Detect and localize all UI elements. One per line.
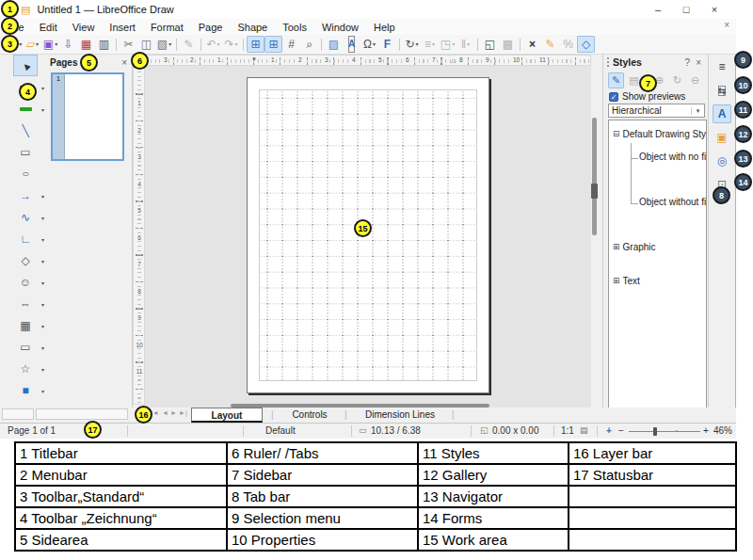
- zoom-slider[interactable]: [629, 431, 700, 432]
- display-grid-icon[interactable]: ⊞: [247, 36, 264, 53]
- flowchart-icon[interactable]: ▦▾: [13, 314, 38, 336]
- document-modified-icon[interactable]: ▤: [580, 425, 588, 435]
- ruler-origin-marker[interactable]: ▼: [251, 56, 257, 62]
- show-previews-checkbox[interactable]: ✓ Show previews: [609, 91, 685, 102]
- clone-formatting-icon[interactable]: ✎: [180, 36, 198, 53]
- pages-panel-close-icon[interactable]: ×: [121, 57, 127, 68]
- crop-image-icon[interactable]: ▩: [499, 36, 517, 53]
- copy-icon[interactable]: ◫: [137, 36, 155, 53]
- menu-edit[interactable]: Edit: [32, 22, 65, 33]
- minimize-button[interactable]: –: [644, 0, 672, 19]
- layer-tab-dimension-lines[interactable]: Dimension Lines: [354, 408, 446, 423]
- scrollbar-splitter-handle[interactable]: [591, 184, 598, 199]
- 3d-objects-icon[interactable]: ■▾: [13, 379, 38, 401]
- arrange-icon[interactable]: ◳▾: [439, 36, 457, 53]
- fontwork-icon[interactable]: F: [378, 36, 396, 53]
- ellipse-icon[interactable]: ○: [13, 163, 38, 184]
- zoom-in-button[interactable]: +: [703, 425, 709, 436]
- basic-shapes-icon[interactable]: ◇▾: [13, 249, 38, 271]
- zoom-out-button[interactable]: −: [618, 425, 624, 436]
- sidebar-drag-handle-icon[interactable]: [607, 57, 609, 67]
- work-area[interactable]: [145, 66, 591, 408]
- gluepoints-icon[interactable]: ✎: [541, 36, 559, 53]
- fit-page-icon[interactable]: +: [606, 425, 612, 436]
- vertical-scrollbar[interactable]: [592, 118, 597, 235]
- zoom-slider-thumb[interactable]: [653, 427, 657, 436]
- lines-arrows-icon[interactable]: →▾: [13, 184, 38, 206]
- insert-image-icon[interactable]: ▨: [325, 36, 343, 53]
- page-style[interactable]: Default: [265, 425, 296, 436]
- distribute-icon[interactable]: ‖▾: [457, 36, 474, 53]
- ruler-tab-marker[interactable]: △: [451, 56, 456, 63]
- select-icon[interactable]: ▲: [13, 55, 38, 76]
- style-tree-item[interactable]: ⊞ Text: [609, 271, 706, 290]
- close-button[interactable]: ×: [700, 0, 729, 19]
- sidebar-close-icon[interactable]: ×: [693, 57, 704, 68]
- block-arrows-icon[interactable]: ⇔▾: [13, 293, 38, 314]
- align-objects-icon[interactable]: ≡▾: [421, 36, 439, 53]
- drawing-styles-icon[interactable]: ✎: [608, 72, 624, 88]
- shadow-icon[interactable]: ◱: [481, 36, 499, 53]
- snap-to-grid-icon[interactable]: ⊞: [264, 36, 282, 53]
- callout-shapes-icon[interactable]: ▭▾: [13, 336, 38, 358]
- last-layer-icon[interactable]: ►|: [179, 409, 187, 416]
- tab-navigator[interactable]: ◎: [713, 152, 731, 170]
- zoom-pan-icon[interactable]: ⌕: [300, 36, 318, 53]
- style-filter-dropdown[interactable]: Hierarchical ▾: [608, 104, 705, 118]
- show-draw-functions-icon[interactable]: ◇: [577, 36, 595, 53]
- expand-icon[interactable]: ⊞: [613, 276, 620, 285]
- sidebar-help-icon[interactable]: ?: [682, 57, 694, 68]
- menu-page[interactable]: Page: [191, 22, 231, 33]
- menu-help[interactable]: Help: [366, 22, 403, 33]
- rectangle-icon[interactable]: ▭: [13, 141, 38, 163]
- edit-points-icon[interactable]: ×: [523, 36, 541, 53]
- menu-insert[interactable]: Insert: [102, 22, 143, 33]
- insert-text-box-icon[interactable]: A: [343, 36, 360, 53]
- insert-line-icon[interactable]: ╲: [13, 120, 38, 141]
- tab-styles[interactable]: A: [713, 104, 731, 123]
- maximize-button[interactable]: □: [672, 0, 700, 19]
- curves-polygons-icon[interactable]: ∿▾: [13, 206, 38, 228]
- connectors-icon[interactable]: ∟▾: [13, 228, 38, 249]
- load-styles-icon[interactable]: ⊖: [687, 72, 703, 88]
- update-style-icon[interactable]: ↻: [669, 72, 685, 88]
- menu-view[interactable]: View: [65, 22, 103, 33]
- previous-layer-icon[interactable]: ◄: [162, 409, 168, 416]
- menu-shape[interactable]: Shape: [230, 22, 275, 33]
- next-layer-icon[interactable]: ►: [170, 409, 177, 416]
- transformations-icon[interactable]: ↻▾: [403, 36, 421, 53]
- stars-banners-icon[interactable]: ☆▾: [13, 358, 38, 379]
- layer-tab-controls[interactable]: Controls: [280, 408, 339, 423]
- style-tree-item[interactable]: ⊞ Graphic: [609, 237, 706, 256]
- collapse-icon[interactable]: ⊟: [613, 129, 620, 138]
- tab-properties[interactable]: ⇆: [713, 81, 731, 100]
- cut-icon[interactable]: ✂: [120, 36, 137, 53]
- expand-icon[interactable]: ⊞: [613, 242, 620, 251]
- tab-gallery[interactable]: ▣: [713, 128, 731, 147]
- export-icon[interactable]: ⇩: [59, 36, 77, 53]
- open-folder-icon[interactable]: ▱▾: [24, 36, 41, 53]
- menu-window[interactable]: Window: [314, 22, 366, 33]
- save-icon[interactable]: ▣▾: [41, 36, 59, 53]
- paste-icon[interactable]: ▧▾: [155, 36, 173, 53]
- scale-ratio[interactable]: 1:1: [561, 425, 574, 436]
- page-thumbnail[interactable]: 1: [51, 72, 124, 161]
- fill-color-icon[interactable]: ▾: [13, 98, 38, 120]
- helplines-icon[interactable]: #: [282, 36, 300, 53]
- style-tree-item[interactable]: Object with no fill and n: [609, 147, 706, 166]
- print-icon[interactable]: ▥: [95, 36, 113, 53]
- zoom-percent[interactable]: 46%: [713, 425, 732, 436]
- sidebar-settings-icon[interactable]: ≡: [713, 57, 731, 76]
- layer-tab-layout[interactable]: Layout: [191, 408, 263, 423]
- special-character-icon[interactable]: Ω▾: [360, 36, 378, 53]
- menu-format[interactable]: Format: [143, 22, 191, 33]
- style-tree-item[interactable]: Object without fill: [609, 192, 706, 211]
- menu-tools[interactable]: Tools: [275, 22, 314, 33]
- undo-icon[interactable]: ↶▾: [204, 36, 222, 53]
- style-tree-item[interactable]: ⊟ Default Drawing Style: [609, 124, 706, 143]
- symbol-shapes-icon[interactable]: ☺▾: [13, 271, 38, 293]
- close-document-icon[interactable]: ×: [724, 20, 729, 30]
- toggle-extrusion-icon[interactable]: %: [559, 36, 577, 53]
- redo-icon[interactable]: ↷▾: [222, 36, 240, 53]
- export-pdf-icon[interactable]: ▦: [77, 36, 95, 53]
